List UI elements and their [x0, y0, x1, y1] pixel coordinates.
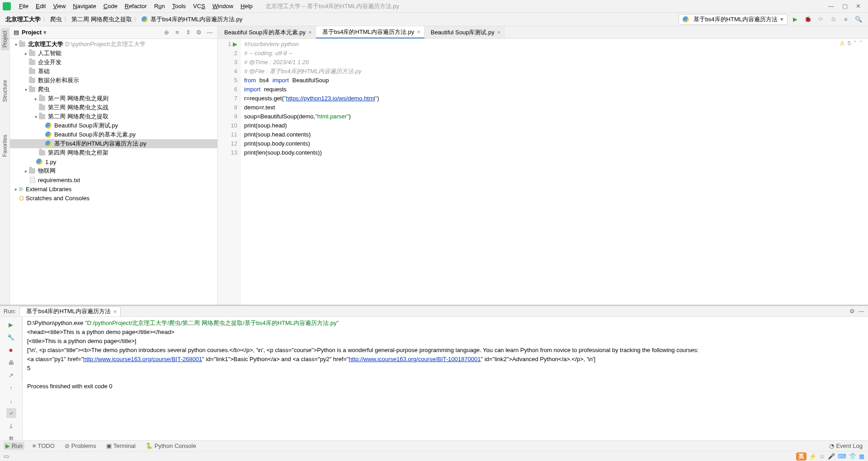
- soft-wrap-button[interactable]: ⤶: [6, 408, 16, 418]
- tree-folder[interactable]: 企业开发: [10, 58, 217, 67]
- tree-root[interactable]: ▾北京理工大学D:\pythonProject\北京理工大学: [10, 40, 217, 49]
- tree-folder[interactable]: ▾第二周 网络爬虫之提取: [10, 112, 217, 121]
- tree-file[interactable]: requirements.txt: [10, 175, 217, 184]
- tree-folder[interactable]: ▸人工智能: [10, 49, 217, 58]
- tree-folder[interactable]: 第四周 网络爬虫之框架: [10, 148, 217, 157]
- tool-strip-left: Project Structure Favorites: [0, 26, 10, 305]
- voice-input-icon[interactable]: 🎤: [828, 453, 835, 460]
- close-tab-icon[interactable]: ×: [113, 308, 117, 315]
- run-settings-icon[interactable]: ⚙: [849, 308, 855, 315]
- run-tab[interactable]: 基于bs4库的HTML内容遍历方法×: [19, 306, 121, 316]
- menu-help[interactable]: Help: [237, 2, 256, 10]
- tree-folder[interactable]: ▸物联网: [10, 166, 217, 175]
- menu-code[interactable]: Code: [100, 2, 121, 10]
- run-coverage-button[interactable]: ⟳: [816, 14, 826, 24]
- todo-tool-button[interactable]: ≡TODO: [31, 442, 57, 450]
- menu-file[interactable]: File: [15, 2, 32, 10]
- tree-external-libs[interactable]: ▸⊪External Libraries: [10, 184, 217, 193]
- menu-refactor[interactable]: Refactor: [121, 2, 151, 10]
- exit-button[interactable]: ↗: [6, 370, 16, 380]
- tree-folder[interactable]: 基础: [10, 67, 217, 76]
- crumb-file[interactable]: 基于bs4库的HTML内容遍历方法.py: [151, 15, 243, 24]
- tree-scratches[interactable]: ⌬Scratches and Consoles: [10, 193, 217, 202]
- chevron-down-icon[interactable]: ˅: [859, 40, 863, 47]
- chevron-down-icon[interactable]: ▾: [43, 29, 47, 36]
- crumb-folder-1[interactable]: 爬虫: [50, 15, 62, 24]
- close-icon[interactable]: ✕: [856, 3, 861, 9]
- stop-button[interactable]: ■: [841, 14, 851, 24]
- profile-button[interactable]: ⧉: [828, 14, 838, 24]
- run-output[interactable]: D:\Python\python.exe "D:/pythonProject/北…: [23, 317, 868, 440]
- ime-indicator[interactable]: 英: [796, 452, 807, 461]
- python-file-icon: [142, 16, 148, 23]
- tree-file[interactable]: 1.py: [10, 157, 217, 166]
- locate-icon[interactable]: ⊕: [162, 29, 170, 36]
- tree-file-selected[interactable]: 基于bs4库的HTML内容遍历方法.py: [10, 139, 217, 148]
- event-log-button[interactable]: ◔Event Log: [827, 442, 864, 450]
- debug-button[interactable]: 🐞: [803, 14, 813, 24]
- settings-icon[interactable]: ⚙: [195, 29, 203, 36]
- tree-file[interactable]: Beautiful Soup库的基本元素.py: [10, 130, 217, 139]
- search-everywhere-button[interactable]: 🔍: [854, 14, 863, 24]
- crumb-root[interactable]: 北京理工大学: [5, 15, 41, 24]
- hide-panel-icon[interactable]: —: [206, 29, 214, 36]
- menu-navigate[interactable]: Navigate: [69, 2, 99, 10]
- toolbox-icon[interactable]: ▦: [859, 453, 864, 460]
- close-tab-icon[interactable]: ×: [417, 28, 420, 35]
- menu-vcs[interactable]: VCS: [189, 2, 209, 10]
- tree-folder[interactable]: ▾爬虫: [10, 85, 217, 94]
- rerun-button[interactable]: ▶: [6, 320, 16, 329]
- close-tab-icon[interactable]: ×: [308, 29, 312, 36]
- tree-folder[interactable]: 数据分析和展示: [10, 76, 217, 85]
- emoji-icon[interactable]: ☺: [819, 453, 825, 460]
- chevron-up-icon[interactable]: ˄: [854, 40, 857, 47]
- skin-icon[interactable]: 👕: [849, 453, 856, 460]
- status-icon[interactable]: ▭: [4, 453, 9, 460]
- down-trace-button[interactable]: ↓: [6, 395, 16, 405]
- run-tool-button[interactable]: ▶Run: [4, 442, 24, 450]
- tree-folder[interactable]: 第三周 网络爬虫之实战: [10, 103, 217, 112]
- editor-inspection-status[interactable]: ⚠ 5 ˄ ˅: [840, 40, 863, 47]
- menu-edit[interactable]: Edit: [32, 2, 49, 10]
- editor-area: Beautiful Soup库的基本元素.py× 基于bs4库的HTML内容遍历…: [218, 26, 868, 305]
- editor-tab[interactable]: Beautiful Soup库的基本元素.py×: [218, 26, 316, 38]
- project-panel: ▤ Project ▾ ⊕ ≡ ⇕ ⚙ — ▾北京理工大学D:\pythonPr…: [10, 26, 218, 305]
- tree-folder[interactable]: ▸第一周 网络爬虫之规则: [10, 94, 217, 103]
- expand-all-icon[interactable]: ≡: [173, 29, 181, 36]
- close-tab-icon[interactable]: ×: [497, 29, 501, 36]
- maximize-icon[interactable]: ▢: [842, 3, 848, 9]
- debug-run-button[interactable]: 🔧: [6, 332, 16, 342]
- keyboard-icon[interactable]: ⌨: [838, 453, 846, 460]
- editor-tab[interactable]: Beautiful Soup库测试.py×: [425, 26, 505, 38]
- editor-tabs: Beautiful Soup库的基本元素.py× 基于bs4库的HTML内容遍历…: [218, 26, 868, 39]
- problems-tool-button[interactable]: ⊘Problems: [63, 442, 98, 450]
- scroll-end-button[interactable]: ⤓: [6, 421, 16, 431]
- stop-run-button[interactable]: ■: [6, 345, 16, 355]
- editor-tab-active[interactable]: 基于bs4库的HTML内容遍历方法.py×: [316, 26, 425, 38]
- menu-tools[interactable]: Tools: [169, 2, 189, 10]
- up-trace-button[interactable]: ↑: [6, 383, 16, 393]
- editor-gutter[interactable]: 1 ▶2345678910111213: [218, 39, 241, 305]
- bottom-tool-strip: ▶Run ≡TODO ⊘Problems ▣Terminal 🐍Python C…: [0, 440, 868, 451]
- tool-favorites-tab[interactable]: Favorites: [1, 132, 9, 160]
- tree-file[interactable]: Beautiful Soup库测试.py: [10, 121, 217, 130]
- tool-structure-tab[interactable]: Structure: [1, 77, 9, 105]
- collapse-all-icon[interactable]: ⇕: [184, 29, 192, 36]
- crumb-folder-2[interactable]: 第二周 网络爬虫之提取: [71, 15, 132, 24]
- menu-run[interactable]: Run: [151, 2, 169, 10]
- hide-panel-icon[interactable]: —: [859, 308, 864, 315]
- run-button[interactable]: ▶: [790, 14, 800, 24]
- warning-count: 5: [848, 40, 851, 47]
- code-editor[interactable]: #!/usr/bin/env python # -- coding: utf-8…: [241, 39, 868, 305]
- run-config-name: 基于bs4库的HTML内容遍历方法: [693, 15, 778, 24]
- menu-view[interactable]: View: [49, 2, 69, 10]
- menu-window[interactable]: Window: [209, 2, 237, 10]
- window-title: 北京理工大学 – 基于bs4库的HTML内容遍历方法.py: [265, 2, 828, 10]
- ime-settings-icon[interactable]: ⚡: [809, 453, 816, 460]
- python-console-tool-button[interactable]: 🐍Python Console: [144, 442, 198, 450]
- run-config-selector[interactable]: 基于bs4库的HTML内容遍历方法 ▾: [679, 14, 788, 25]
- minimize-icon[interactable]: —: [828, 3, 834, 9]
- tool-project-tab[interactable]: Project: [1, 28, 9, 50]
- print-button[interactable]: 🖶: [6, 358, 16, 367]
- terminal-tool-button[interactable]: ▣Terminal: [104, 442, 137, 450]
